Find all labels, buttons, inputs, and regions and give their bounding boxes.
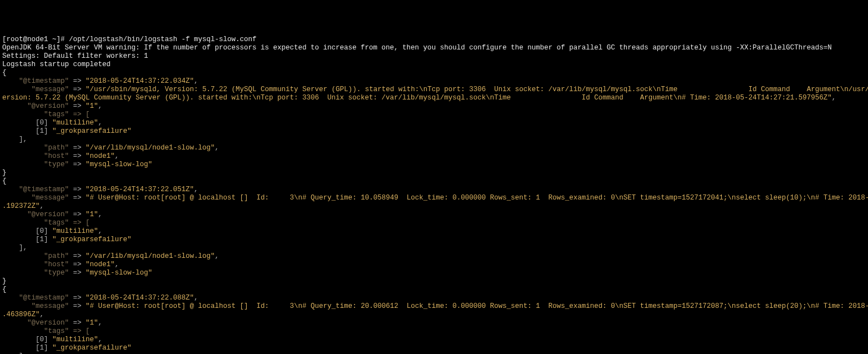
arrow: =>: [69, 161, 86, 168]
tag-0: "multiline": [52, 336, 98, 343]
val-timestamp: "2018-05-24T14:37:22.088Z": [86, 294, 194, 302]
comma: ,: [40, 311, 44, 318]
tag-index-0: [0]: [2, 336, 52, 343]
val-message-l1: "# User@Host: root[root] @ localhost [] …: [86, 302, 868, 310]
key-tags-close: ],: [2, 136, 27, 143]
arrow: =>: [69, 102, 86, 110]
comma: ,: [115, 152, 119, 160]
comma: ,: [832, 94, 836, 102]
brace-close: }: [2, 277, 7, 285]
key-message: "message": [2, 86, 69, 93]
key-path: "path": [2, 144, 69, 152]
val-version: "1": [86, 102, 98, 110]
key-version: "@version": [2, 319, 69, 327]
val-message-l2: ersion: 5.7.22 (MySQL Community Server (…: [2, 94, 832, 102]
arrow: =>: [69, 152, 86, 160]
comma: ,: [40, 202, 44, 210]
tag-1: "_grokparsefailure": [52, 344, 132, 352]
arrow: =>: [69, 261, 86, 268]
comma: ,: [194, 186, 198, 193]
key-host: "host": [2, 152, 69, 160]
comma: ,: [98, 119, 103, 127]
settings-line: Settings: Default filter workers: 1: [2, 52, 148, 60]
tag-1: "_grokparsefailure": [52, 127, 132, 135]
comma: ,: [215, 252, 220, 260]
terminal-output: [root@node1 ~]# /opt/logstash/bin/logsta…: [2, 36, 866, 354]
comma: ,: [98, 227, 103, 235]
val-type: "mysql-slow-log": [86, 161, 152, 168]
comma: ,: [115, 261, 119, 268]
tag-index-0: [0]: [2, 119, 52, 127]
key-version: "@version": [2, 102, 69, 110]
brace-open: {: [2, 286, 7, 293]
key-message: "message": [2, 302, 69, 310]
val-host: "node1": [86, 152, 115, 160]
comma: ,: [98, 211, 103, 218]
arrow: =>: [69, 294, 86, 302]
comma: ,: [98, 102, 103, 110]
val-message-l2: .463896Z": [2, 311, 40, 318]
val-message-l1: "/usr/sbin/mysqld, Version: 5.7.22 (MySQ…: [86, 86, 868, 93]
comma: ,: [98, 319, 103, 327]
key-type: "type": [2, 269, 69, 277]
comma: ,: [215, 144, 220, 152]
val-timestamp: "2018-05-24T14:37:22.051Z": [86, 186, 194, 193]
key-message: "message": [2, 194, 69, 202]
arrow: =>: [69, 77, 86, 85]
tag-0: "multiline": [52, 227, 98, 235]
val-version: "1": [86, 319, 98, 327]
tag-index-1: [1]: [2, 127, 52, 135]
arrow: =>: [69, 194, 86, 202]
prompt-line: [root@node1 ~]# /opt/logstash/bin/logsta…: [2, 36, 257, 43]
val-host: "node1": [86, 261, 115, 268]
comma: ,: [194, 77, 198, 85]
val-message-l2: .192372Z": [2, 202, 40, 210]
key-timestamp: "@timestamp": [2, 294, 69, 302]
comma: ,: [98, 336, 103, 343]
comma: ,: [194, 294, 198, 302]
tag-index-0: [0]: [2, 227, 52, 235]
val-path: "/var/lib/mysql/node1-slow.log": [86, 252, 215, 260]
arrow: =>: [69, 319, 86, 327]
arrow: =>: [69, 211, 86, 218]
key-path: "path": [2, 252, 69, 260]
key-tags-open: "tags" => [: [2, 219, 90, 227]
key-timestamp: "@timestamp": [2, 186, 69, 193]
arrow: =>: [69, 186, 86, 193]
key-tags-open: "tags" => [: [2, 327, 90, 335]
val-message-l1: "# User@Host: root[root] @ localhost [] …: [86, 194, 868, 202]
val-timestamp: "2018-05-24T14:37:22.034Z": [86, 77, 194, 85]
arrow: =>: [69, 302, 86, 310]
val-path: "/var/lib/mysql/node1-slow.log": [86, 144, 215, 152]
tag-index-1: [1]: [2, 344, 52, 352]
tag-0: "multiline": [52, 119, 98, 127]
key-tags-open: "tags" => [: [2, 111, 90, 118]
brace-open: {: [2, 177, 7, 185]
arrow: =>: [69, 144, 86, 152]
tag-index-1: [1]: [2, 236, 52, 243]
val-version: "1": [86, 211, 98, 218]
arrow: =>: [69, 252, 86, 260]
tag-1: "_grokparsefailure": [52, 236, 132, 243]
arrow: =>: [69, 86, 86, 93]
val-type: "mysql-slow-log": [86, 269, 152, 277]
key-timestamp: "@timestamp": [2, 77, 69, 85]
key-version: "@version": [2, 211, 69, 218]
key-tags-close: ],: [2, 244, 27, 252]
brace-close: }: [2, 169, 7, 177]
startup-line: Logstash startup completed: [2, 61, 111, 68]
arrow: =>: [69, 269, 86, 277]
key-type: "type": [2, 161, 69, 168]
brace-open: {: [2, 69, 7, 77]
jvm-warning: OpenJDK 64-Bit Server VM warning: If the…: [2, 44, 832, 52]
key-host: "host": [2, 261, 69, 268]
